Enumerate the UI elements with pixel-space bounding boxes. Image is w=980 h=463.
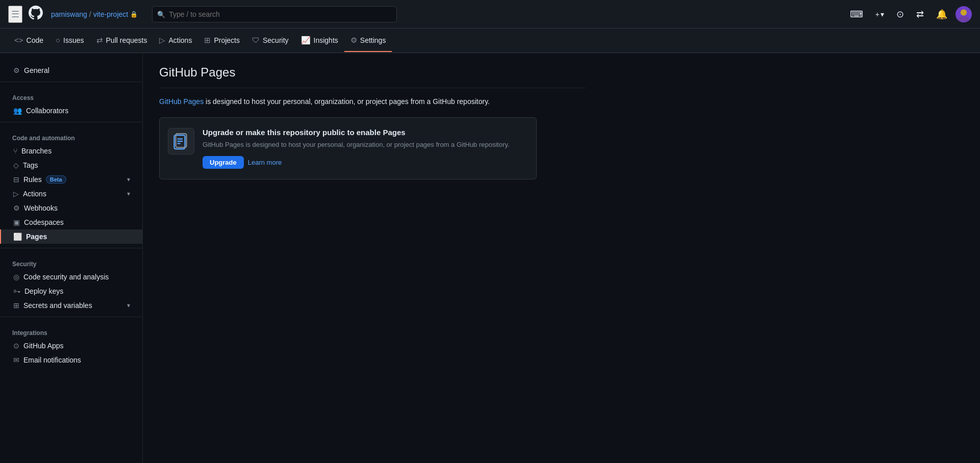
pullrequest-icon-button[interactable]: ⇄ [912, 7, 928, 22]
sidebar-divider-1 [0, 82, 142, 82]
github-logo [29, 6, 43, 23]
webhooks-icon: ⚙ [13, 204, 20, 212]
nav-settings[interactable]: ⚙ Settings [344, 30, 392, 52]
sidebar-item-tags[interactable]: ◇ Tags [0, 158, 142, 172]
sidebar-collaborators-label: Collaborators [26, 107, 68, 115]
upgrade-button[interactable]: Upgrade [203, 156, 244, 169]
upgrade-description: GitHub Pages is designed to host your pe… [203, 140, 510, 150]
actions-expand-icon: ▾ [127, 190, 130, 197]
insights-icon: 📈 [301, 36, 311, 45]
codespaces-icon: ▣ [13, 218, 20, 226]
nav-actions-label: Actions [168, 36, 192, 44]
nav-projects-label: Projects [214, 36, 240, 44]
nav-issues-label: Issues [63, 36, 84, 44]
plus-button[interactable]: + ▾ [871, 8, 888, 20]
breadcrumb-repo[interactable]: vite-project [93, 10, 128, 18]
secrets-expand-icon: ▾ [127, 302, 130, 309]
code-icon: <> [14, 36, 23, 44]
svg-point-0 [961, 9, 967, 15]
sidebar-item-collaborators[interactable]: 👥 Collaborators [0, 104, 142, 118]
nav-insights[interactable]: 📈 Insights [295, 30, 344, 52]
rules-icon: ⊟ [13, 175, 19, 184]
sidebar-secrets-label: Secrets and variables [23, 301, 92, 310]
sidebar-item-code-security[interactable]: ◎ Code security and analysis [0, 270, 142, 284]
lock-icon: 🔒 [130, 11, 138, 18]
rules-expand-icon: ▾ [127, 176, 130, 183]
plus-icon: + [875, 10, 880, 18]
sidebar-codespaces-label: Codespaces [24, 218, 64, 226]
actions-sidebar-icon: ▷ [13, 190, 19, 198]
breadcrumb-user[interactable]: pamiswang [51, 10, 87, 18]
sidebar-item-pages[interactable]: ⬜ Pages [0, 229, 142, 244]
general-icon: ⚙ [13, 66, 20, 74]
nav-projects[interactable]: ⊞ Projects [198, 30, 246, 52]
upgrade-heading: Upgrade or make this repository public t… [203, 128, 510, 137]
sidebar-divider-3 [0, 248, 142, 248]
svg-point-1 [959, 16, 969, 21]
upgrade-content: Upgrade or make this repository public t… [203, 128, 510, 169]
sidebar-section-integrations: Integrations [0, 321, 142, 339]
sidebar-item-general[interactable]: ⚙ General [0, 63, 142, 78]
pages-upgrade-icon [172, 132, 190, 150]
learn-more-button[interactable]: Learn more [248, 159, 282, 166]
nav-pull-requests[interactable]: ⇄ Pull requests [90, 30, 154, 52]
sidebar-item-deploy-keys[interactable]: 🗝 Deploy keys [0, 284, 142, 298]
upgrade-icon-wrap [168, 128, 194, 155]
sidebar-item-actions[interactable]: ▷ Actions ▾ [0, 187, 142, 201]
upgrade-box: Upgrade or make this repository public t… [159, 117, 537, 179]
nav-pr-label: Pull requests [106, 36, 147, 44]
topnav: ☰ pamiswang / vite-project 🔒 🔍 ⌨ + ▾ ⊙ ⇄… [0, 0, 980, 29]
settings-icon: ⚙ [350, 36, 357, 45]
nav-code[interactable]: <> Code [8, 30, 49, 52]
sidebar-divider-2 [0, 122, 142, 122]
search-icon: 🔍 [157, 10, 165, 18]
security-icon: 🛡 [252, 36, 260, 44]
description-part2: is designed to host your personal, organ… [204, 97, 490, 106]
sidebar-item-email-notifications[interactable]: ✉ Email notifications [0, 353, 142, 367]
sidebar-actions-label: Actions [23, 190, 46, 198]
plus-chevron: ▾ [881, 10, 884, 18]
nav-settings-label: Settings [360, 36, 386, 44]
sidebar-item-branches[interactable]: ⑂ Branches [0, 144, 142, 158]
sidebar-general-label: General [24, 66, 49, 74]
nav-security[interactable]: 🛡 Security [246, 30, 295, 52]
sidebar-pages-label: Pages [26, 233, 47, 241]
actions-icon: ▷ [159, 36, 165, 45]
hamburger-button[interactable]: ☰ [8, 6, 22, 23]
sidebar: ⚙ General Access 👥 Collaborators Code an… [0, 53, 143, 463]
terminal-button[interactable]: ⌨ [846, 7, 867, 22]
projects-icon: ⊞ [204, 36, 211, 45]
sidebar-github-apps-label: GitHub Apps [23, 342, 64, 350]
upgrade-buttons: Upgrade Learn more [203, 156, 510, 169]
deploy-keys-icon: 🗝 [13, 287, 20, 295]
nav-issues[interactable]: ○ Issues [49, 30, 90, 52]
topnav-actions: ⌨ + ▾ ⊙ ⇄ 🔔 [846, 6, 972, 22]
breadcrumb: pamiswang / vite-project 🔒 [51, 10, 138, 18]
issues-icon-button[interactable]: ⊙ [892, 7, 908, 22]
sidebar-item-codespaces[interactable]: ▣ Codespaces [0, 215, 142, 229]
sidebar-section-security: Security [0, 252, 142, 270]
sidebar-section-code-automation: Code and automation [0, 126, 142, 144]
branches-icon: ⑂ [13, 147, 17, 155]
avatar[interactable] [956, 6, 972, 22]
notifications-button[interactable]: 🔔 [932, 7, 951, 22]
search-area: 🔍 [152, 6, 832, 22]
sidebar-item-rules[interactable]: ⊟ Rules Beta ▾ [0, 172, 142, 187]
sidebar-branches-label: Branches [21, 147, 52, 155]
sidebar-item-secrets[interactable]: ⊞ Secrets and variables ▾ [0, 298, 142, 313]
nav-code-label: Code [27, 36, 43, 44]
sidebar-item-github-apps[interactable]: ⊙ GitHub Apps [0, 339, 142, 353]
github-apps-icon: ⊙ [13, 342, 19, 350]
reponav: <> Code ○ Issues ⇄ Pull requests ▷ Actio… [0, 29, 980, 53]
github-pages-link[interactable]: GitHub Pages [159, 97, 204, 106]
email-icon: ✉ [13, 356, 19, 364]
secrets-icon: ⊞ [13, 301, 19, 310]
pr-icon: ⇄ [96, 36, 103, 45]
nav-actions[interactable]: ▷ Actions [153, 30, 198, 52]
page-title: GitHub Pages [159, 65, 586, 88]
main-content: GitHub Pages GitHub Pages is designed to… [143, 53, 602, 463]
breadcrumb-sep: / [89, 10, 91, 18]
search-input[interactable] [152, 6, 397, 22]
sidebar-webhooks-label: Webhooks [24, 204, 58, 212]
sidebar-item-webhooks[interactable]: ⚙ Webhooks [0, 201, 142, 215]
